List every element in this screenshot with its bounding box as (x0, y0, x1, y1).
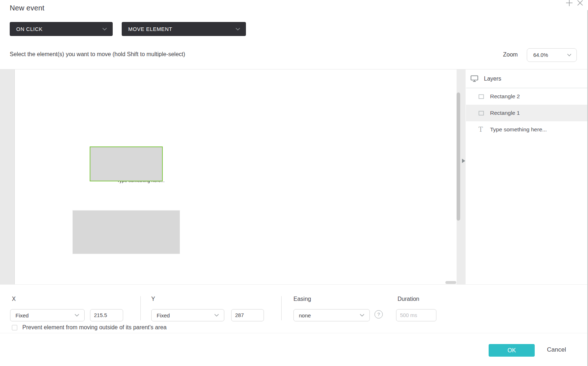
dialog-title: New event (10, 4, 44, 12)
canvas-rectangle-2[interactable] (72, 210, 180, 254)
layer-label: Rectangle 1 (490, 110, 520, 116)
ok-button[interactable]: OK (489, 344, 535, 357)
chevron-down-icon (235, 28, 240, 31)
add-icon[interactable] (565, 0, 573, 7)
layer-row-rectangle-2[interactable]: Rectangle 2 (466, 88, 588, 105)
canvas-rectangle-1-selected[interactable] (90, 146, 163, 181)
layers-panel-title: Layers (484, 76, 501, 82)
x-label: X (12, 296, 16, 302)
layer-label: Type something here... (490, 126, 547, 133)
chevron-down-icon (360, 314, 364, 317)
new-event-dialog: New event ON CLICK MOVE ELEMENT Select t… (0, 0, 588, 366)
y-label: Y (151, 296, 155, 302)
section-divider (281, 296, 282, 320)
layer-label: Rectangle 2 (490, 93, 520, 100)
easing-value: none (299, 312, 311, 318)
horizontal-scrollbar-thumb[interactable] (445, 281, 456, 284)
close-icon[interactable] (576, 0, 584, 7)
layer-row-text[interactable]: T Type something here... (466, 121, 588, 138)
duration-input[interactable] (396, 309, 436, 321)
chevron-down-icon (102, 28, 107, 31)
event-trigger-dropdown[interactable]: ON CLICK (10, 22, 113, 36)
x-mode-value: Fixed (15, 312, 29, 318)
monitor-icon (471, 75, 478, 82)
instruction-text: Select the element(s) you want to move (… (10, 51, 185, 58)
rectangle-layer-icon (479, 111, 485, 116)
stage-footer-divider (0, 284, 588, 285)
vertical-scrollbar-thumb[interactable] (457, 92, 460, 221)
section-divider (140, 296, 141, 320)
help-icon[interactable]: ? (374, 310, 383, 318)
panel-collapse-icon[interactable] (462, 159, 465, 163)
constraint-checkbox[interactable] (12, 325, 17, 330)
chevron-down-icon (214, 314, 219, 317)
rectangle-layer-icon (479, 94, 485, 99)
x-mode-dropdown[interactable]: Fixed (10, 309, 85, 321)
zoom-value: 64.0% (533, 52, 548, 58)
text-layer-icon: T (479, 126, 485, 133)
constraint-row: Prevent element from moving outside of i… (12, 324, 167, 331)
y-mode-value: Fixed (157, 312, 170, 318)
x-value-input[interactable] (90, 309, 123, 321)
chevron-down-icon (567, 54, 571, 57)
event-action-value: MOVE ELEMENT (128, 26, 172, 32)
easing-dropdown[interactable]: none (293, 309, 370, 321)
easing-label: Easing (293, 296, 311, 302)
actions-divider (0, 333, 588, 333)
layers-panel: Layers Rectangle 2 Rectangle 1 T Type so… (466, 69, 588, 284)
y-mode-dropdown[interactable]: Fixed (151, 309, 224, 321)
y-value-input[interactable] (231, 309, 264, 321)
stage-gutter (0, 69, 15, 284)
layer-row-rectangle-1[interactable]: Rectangle 1 (466, 105, 588, 121)
stage-canvas[interactable]: Type something here... (15, 69, 457, 284)
layers-panel-header: Layers (466, 69, 588, 88)
zoom-dropdown[interactable]: 64.0% (527, 48, 577, 62)
duration-label: Duration (398, 296, 419, 302)
zoom-label: Zoom (503, 51, 518, 58)
chevron-down-icon (75, 314, 79, 317)
vertical-scrollbar-track[interactable] (457, 69, 466, 284)
cancel-button[interactable]: Cancel (547, 346, 566, 353)
constraint-label: Prevent element from moving outside of i… (22, 324, 167, 331)
event-trigger-value: ON CLICK (16, 26, 42, 32)
event-action-dropdown[interactable]: MOVE ELEMENT (122, 22, 246, 36)
